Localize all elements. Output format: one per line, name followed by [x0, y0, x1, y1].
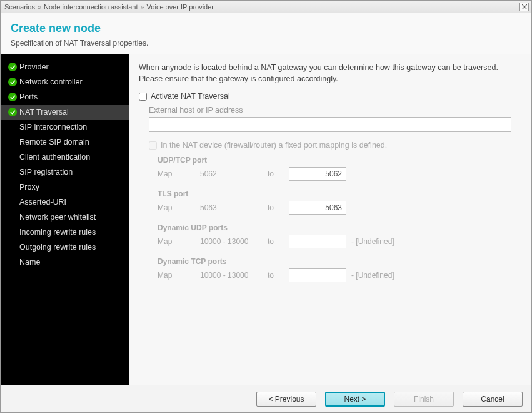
sidebar-item-label: Provider: [19, 63, 49, 71]
undefined-suffix: - [Undefined]: [351, 237, 394, 246]
wizard-window: Scenarios » Node interconnection assista…: [0, 0, 532, 413]
to-label: to: [268, 271, 289, 280]
dtcp-port-title: Dynamic TCP ports: [158, 257, 521, 266]
breadcrumb-sep: »: [38, 3, 41, 11]
sidebar-item-client-authentication[interactable]: Client authentication: [1, 150, 129, 165]
sidebar-item-name[interactable]: Name: [1, 255, 129, 270]
sidebar-item-sip-registration[interactable]: SIP registration: [1, 165, 129, 180]
previous-button[interactable]: < Previous: [256, 392, 316, 407]
intro-text: When anynode is located behind a NAT gat…: [139, 62, 521, 84]
breadcrumb-sep: »: [140, 3, 144, 11]
dudp-dst-input[interactable]: [289, 235, 346, 248]
sidebar-item-asserted-uri[interactable]: Asserted-URI: [1, 195, 129, 210]
page-subtitle: Specification of NAT Traversal propertie…: [11, 39, 521, 48]
sidebar-item-label: Asserted-URI: [19, 198, 66, 206]
to-label: to: [268, 203, 289, 212]
sidebar-item-outgoing-rewrite-rules[interactable]: Outgoing rewrite rules: [1, 240, 129, 255]
breadcrumb-part[interactable]: Node interconnection assistant: [44, 3, 138, 11]
wizard-steps-sidebar: ProviderNetwork controllerPortsNAT Trave…: [1, 54, 129, 385]
sidebar-item-network-controller[interactable]: Network controller: [1, 74, 129, 89]
check-icon: [8, 93, 17, 101]
close-button[interactable]: [519, 3, 529, 11]
sidebar-item-remote-sip-domain[interactable]: Remote SIP domain: [1, 135, 129, 150]
wizard-body: ProviderNetwork controllerPortsNAT Trave…: [1, 54, 531, 385]
sidebar-item-label: Network controller: [19, 78, 83, 86]
sidebar-item-label: Client authentication: [19, 153, 90, 161]
undefined-suffix: - [Undefined]: [351, 271, 394, 280]
sidebar-item-label: NAT Traversal: [19, 108, 69, 116]
dudp-src: 10000 - 13000: [200, 237, 268, 246]
activate-nat-row: Activate NAT Traversal: [139, 92, 521, 101]
ext-host-input[interactable]: [149, 117, 511, 132]
ext-host-label: External host or IP address: [149, 106, 521, 115]
sidebar-item-label: Remote SIP domain: [19, 138, 89, 146]
close-icon: [522, 3, 527, 11]
dtcp-port-row: Map 10000 - 13000 to - [Undefined]: [158, 268, 521, 282]
finish-button[interactable]: Finish: [394, 392, 454, 407]
udptcp-port-title: UDP/TCP port: [158, 156, 521, 165]
dtcp-dst-input[interactable]: [289, 268, 346, 282]
titlebar: Scenarios » Node interconnection assista…: [1, 1, 531, 13]
next-button[interactable]: Next >: [325, 392, 385, 407]
sidebar-item-label: Ports: [19, 93, 38, 101]
sidebar-item-label: Network peer whitelist: [19, 213, 96, 222]
activate-nat-checkbox[interactable]: [139, 93, 147, 101]
sidebar-item-label: SIP registration: [19, 168, 73, 176]
udptcp-src: 5062: [200, 170, 268, 178]
to-label: to: [268, 237, 289, 246]
tls-dst-input[interactable]: [289, 201, 346, 215]
check-icon: [8, 108, 17, 116]
check-icon: [8, 78, 17, 86]
sidebar-item-label: Incoming rewrite rules: [19, 228, 96, 237]
to-label: to: [268, 170, 289, 178]
breadcrumb-part[interactable]: Scenarios: [4, 3, 35, 11]
wizard-footer: < Previous Next > Finish Cancel: [1, 385, 531, 412]
sidebar-item-label: Outgoing rewrite rules: [19, 243, 96, 252]
sidebar-item-label: Proxy: [19, 183, 39, 191]
fixed-mapping-row: In the NAT device (firewall/router) a fi…: [149, 141, 521, 150]
fixed-mapping-label: In the NAT device (firewall/router) a fi…: [161, 141, 387, 150]
sidebar-item-label: Name: [19, 258, 40, 267]
cancel-button[interactable]: Cancel: [463, 392, 523, 407]
page-title: Create new node: [11, 22, 521, 35]
check-icon: [8, 63, 17, 71]
fixed-mapping-checkbox[interactable]: [149, 141, 157, 150]
tls-port-title: TLS port: [158, 190, 521, 198]
sidebar-item-sip-interconnection[interactable]: SIP interconnection: [1, 120, 129, 135]
breadcrumb-part[interactable]: Voice over IP provider: [147, 3, 214, 11]
dudp-port-row: Map 10000 - 13000 to - [Undefined]: [158, 235, 521, 248]
map-label: Map: [158, 271, 200, 280]
sidebar-item-incoming-rewrite-rules[interactable]: Incoming rewrite rules: [1, 225, 129, 240]
udptcp-dst-input[interactable]: [289, 167, 346, 181]
map-label: Map: [158, 203, 200, 212]
wizard-header: Create new node Specification of NAT Tra…: [1, 13, 531, 54]
sidebar-item-proxy[interactable]: Proxy: [1, 180, 129, 195]
tls-port-row: Map 5063 to: [158, 201, 521, 215]
udptcp-port-row: Map 5062 to: [158, 167, 521, 181]
activate-nat-label: Activate NAT Traversal: [151, 92, 230, 101]
sidebar-item-nat-traversal[interactable]: NAT Traversal: [1, 105, 129, 120]
wizard-content: When anynode is located behind a NAT gat…: [129, 54, 531, 385]
tls-src: 5063: [200, 203, 268, 212]
dudp-port-title: Dynamic UDP ports: [158, 223, 521, 232]
sidebar-item-ports[interactable]: Ports: [1, 89, 129, 105]
dtcp-src: 10000 - 13000: [200, 271, 268, 280]
sidebar-item-label: SIP interconnection: [19, 123, 87, 131]
sidebar-item-provider[interactable]: Provider: [1, 59, 129, 74]
map-label: Map: [158, 170, 200, 178]
map-label: Map: [158, 237, 200, 246]
sidebar-item-network-peer-whitelist[interactable]: Network peer whitelist: [1, 210, 129, 225]
